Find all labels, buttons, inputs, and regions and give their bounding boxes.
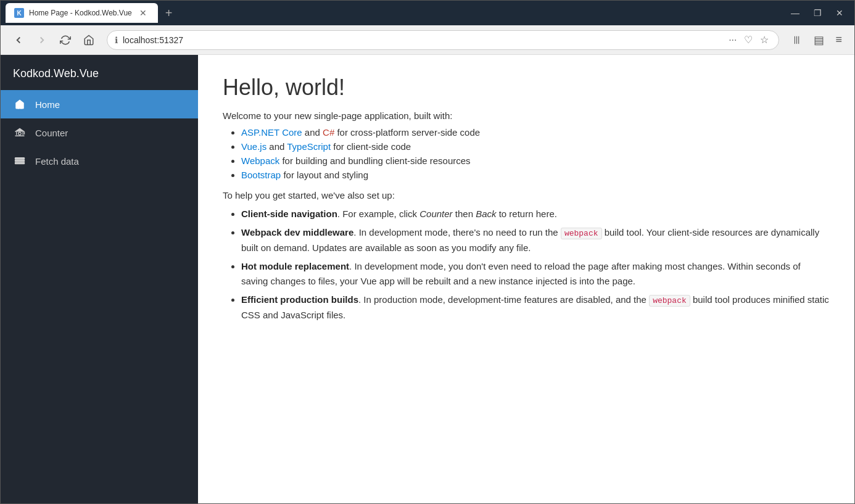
sidebar-item-fetch-data[interactable]: Fetch data [1, 147, 198, 175]
bootstrap-link[interactable]: Bootstrap [241, 170, 281, 180]
feature-client-nav-bold: Client-side navigation [241, 209, 337, 219]
feature-client-nav-text3: to return here. [497, 209, 557, 219]
browser-tab[interactable]: K Home Page - Kodkod.Web.Vue ✕ [6, 3, 158, 23]
tab-close-button[interactable]: ✕ [137, 7, 149, 19]
sidebar-brand: Kodkod.Web.Vue [1, 55, 198, 90]
sidebar-item-counter[interactable]: Counter [1, 118, 198, 147]
new-tab-button[interactable]: + [160, 6, 178, 20]
tech-item-aspnet: ASP.NET Core and C# for cross-platform s… [241, 127, 830, 138]
feature-client-nav-text2: then [453, 209, 476, 219]
tech-item-vue: Vue.js and TypeScript for client-side co… [241, 141, 830, 152]
tech-item-bootstrap: Bootstrap for layout and styling [241, 170, 830, 180]
address-bar-actions: ··· ♡ ☆ [726, 33, 771, 47]
svg-rect-1 [15, 158, 25, 159]
feature-prod-builds-text1: . In production mode, development-time f… [358, 294, 649, 305]
vuejs-link[interactable]: Vue.js [241, 141, 266, 152]
restore-button[interactable]: ❐ [808, 4, 827, 22]
sidebar-item-home[interactable]: Home [1, 90, 198, 118]
forward-button[interactable] [31, 31, 52, 49]
aspnet-core-link[interactable]: ASP.NET Core [241, 127, 302, 138]
address-bar[interactable] [123, 35, 721, 45]
back-icon [13, 35, 24, 46]
feature-hmr: Hot module replacement. In development m… [241, 259, 830, 289]
tech-rest-2: for client-side code [333, 141, 411, 152]
star-icon[interactable]: ☆ [758, 33, 771, 47]
feature-hmr-bold: Hot module replacement [241, 261, 349, 271]
sidebar: Kodkod.Web.Vue Home Counter [1, 55, 198, 503]
tech-and-1: and [305, 127, 323, 138]
webpack-link[interactable]: Webpack [241, 155, 279, 166]
info-icon: ℹ [115, 35, 118, 45]
intro-text: Welcome to your new single-page applicat… [223, 110, 830, 121]
window-controls: — ❐ ✕ [785, 4, 849, 22]
nav-bar: ℹ ··· ♡ ☆ ⫼ ▤ ≡ [1, 25, 854, 55]
pocket-icon[interactable]: ♡ [741, 33, 755, 47]
address-bar-container[interactable]: ℹ ··· ♡ ☆ [107, 30, 779, 50]
webpack-code-2: webpack [649, 295, 690, 307]
typescript-link[interactable]: TypeScript [287, 141, 331, 152]
minimize-button[interactable]: — [785, 4, 805, 22]
refresh-button[interactable] [55, 31, 76, 49]
app-layout: Kodkod.Web.Vue Home Counter [1, 55, 854, 503]
sidebar-item-fetch-data-label: Fetch data [35, 156, 79, 167]
back-button[interactable] [8, 31, 29, 49]
feature-webpack-dev-text1: . In development mode, there's no need t… [353, 227, 561, 238]
page-title: Hello, world! [223, 75, 830, 101]
sidebar-nav: Home Counter F [1, 90, 198, 175]
feature-webpack-dev-bold: Webpack dev middleware [241, 227, 353, 238]
tab-title: Home Page - Kodkod.Web.Vue [29, 9, 132, 17]
forward-icon [36, 35, 48, 46]
tech-rest-1: for cross-platform server-side code [337, 127, 480, 138]
csharp-link[interactable]: C# [323, 127, 334, 138]
home-button[interactable] [78, 31, 99, 49]
title-bar: K Home Page - Kodkod.Web.Vue ✕ + — ❐ ✕ [1, 1, 854, 25]
fetch-data-nav-icon [13, 155, 27, 167]
refresh-icon [60, 35, 71, 46]
counter-italic: Counter [419, 209, 452, 219]
more-icon[interactable]: ··· [726, 33, 739, 47]
feature-client-nav-text1: . For example, click [337, 209, 419, 219]
feature-webpack-dev: Webpack dev middleware. In development m… [241, 225, 830, 255]
back-italic: Back [476, 209, 496, 219]
close-button[interactable]: ✕ [830, 4, 849, 22]
setup-text: To help you get started, we've also set … [223, 190, 830, 200]
tech-item-webpack: Webpack for building and bundling client… [241, 155, 830, 166]
reader-button[interactable]: ▤ [809, 31, 829, 49]
library-button[interactable]: ⫼ [787, 31, 808, 49]
tech-rest-3: for building and bundling client-side re… [282, 155, 470, 166]
tech-rest-4: for layout and styling [283, 170, 368, 180]
svg-point-0 [19, 132, 22, 135]
tech-list: ASP.NET Core and C# for cross-platform s… [241, 127, 830, 180]
home-nav-icon [13, 99, 27, 110]
counter-nav-icon [13, 127, 27, 138]
svg-rect-2 [15, 160, 25, 162]
feature-client-nav: Client-side navigation. For example, cli… [241, 207, 830, 221]
sidebar-item-home-label: Home [35, 99, 60, 110]
svg-rect-3 [15, 162, 25, 163]
tech-and-2: and [269, 141, 287, 152]
main-content: Hello, world! Welcome to your new single… [198, 55, 854, 503]
sidebar-item-counter-label: Counter [35, 128, 68, 138]
webpack-code-1: webpack [561, 228, 602, 239]
feature-prod-builds: Efficient production builds. In producti… [241, 292, 830, 323]
menu-button[interactable]: ≡ [830, 31, 847, 49]
browser-toolbar-right: ⫼ ▤ ≡ [787, 31, 847, 49]
home-icon [83, 35, 94, 46]
tab-icon: K [14, 8, 24, 18]
feature-prod-builds-bold: Efficient production builds [241, 294, 358, 305]
feature-list: Client-side navigation. For example, cli… [241, 207, 830, 323]
